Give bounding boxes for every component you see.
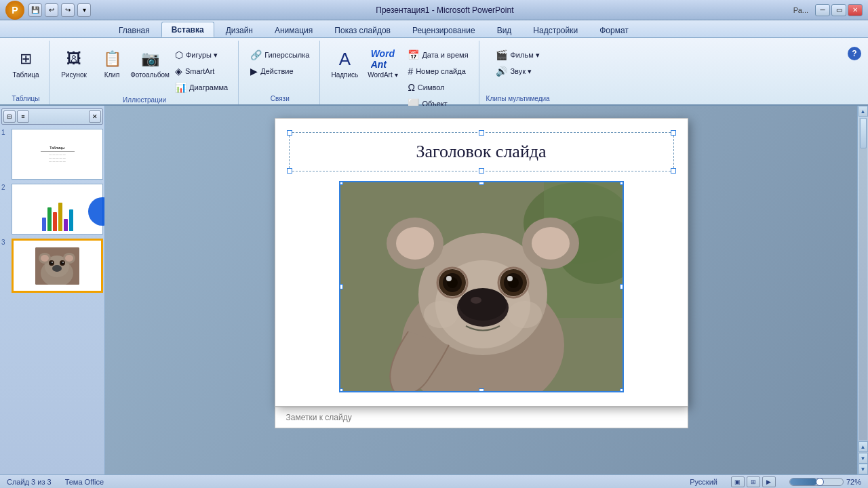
slide-preview-2[interactable] <box>12 184 103 235</box>
clip-label: Клип <box>104 71 120 79</box>
outline-view-btn[interactable]: ≡ <box>17 110 29 123</box>
s1-title: Таблицы <box>41 146 75 150</box>
window-title: Презентация1 - Microsoft PowerPoint <box>96 5 793 15</box>
slide-item-3[interactable]: 3 <box>1 239 103 293</box>
symbol-button[interactable]: Ω Символ <box>403 80 473 95</box>
tab-animation[interactable]: Анимация <box>264 22 323 37</box>
insert-album-button[interactable]: 📷 Фотоальбом <box>132 45 167 88</box>
action-button[interactable]: ▶ Действие <box>245 64 314 79</box>
links-group-label: Связи <box>271 94 290 104</box>
tab-view[interactable]: Вид <box>487 22 522 37</box>
img-handle-tl[interactable] <box>339 181 343 185</box>
slides-panel: ⊟ ≡ ✕ 1 Таблицы — — — — — — — — — — — — … <box>0 106 105 474</box>
slidenum-button[interactable]: # Номер слайда <box>403 64 473 79</box>
img-handle-bc[interactable] <box>479 388 484 392</box>
insert-picture-button[interactable]: 🖼 Рисунок <box>56 45 92 88</box>
resize-handle-tc[interactable] <box>479 130 484 136</box>
media-group-label: Клипы мультимедиа <box>486 94 550 104</box>
shapes-icon: ⬡ <box>175 49 183 60</box>
ribbon-group-media: 🎬 Фильм ▾ 🔊 Звук ▾ Клипы мультимедиа <box>481 41 555 104</box>
smartart-icon: ◈ <box>175 66 182 77</box>
sound-icon: 🔊 <box>496 66 507 77</box>
slide-item-1[interactable]: 1 Таблицы — — — — — — — — — — — — — — — <box>1 129 103 180</box>
img-handle-mr[interactable] <box>620 284 624 289</box>
movie-icon: 🎬 <box>496 49 507 60</box>
tab-design[interactable]: Дизайн <box>216 22 263 37</box>
datetime-button[interactable]: 📅 Дата и время <box>403 47 473 62</box>
slide-num-3: 3 <box>1 239 9 246</box>
wordart-button[interactable]: Word Ant WordArt ▾ <box>365 45 400 88</box>
notes-area[interactable]: Заметки к слайду <box>275 407 688 428</box>
chart-button[interactable]: 📊 Диаграмма <box>170 80 233 95</box>
slide-title-container[interactable]: Заголовок слайда <box>289 132 674 171</box>
img-handle-ml[interactable] <box>339 284 343 289</box>
sound-button[interactable]: 🔊 Звук ▾ <box>491 64 544 79</box>
smartart-button[interactable]: ◈ SmartArt <box>170 64 233 79</box>
svg-point-31 <box>446 276 452 281</box>
movie-button[interactable]: 🎬 Фильм ▾ <box>491 47 544 62</box>
zoom-in-btn[interactable]: ▲ <box>859 441 868 452</box>
img-handle-br[interactable] <box>620 388 624 392</box>
help-button[interactable]: ? <box>846 43 863 62</box>
svg-point-36 <box>507 276 513 281</box>
resize-handle-tr[interactable] <box>671 130 676 136</box>
undo-quick-btn[interactable]: ↩ <box>45 3 58 17</box>
slide-preview-1[interactable]: Таблицы — — — — — — — — — — — — — — — <box>12 129 103 180</box>
restore-button[interactable]: ▭ <box>831 4 846 16</box>
theme-status: Тема Office <box>65 478 104 486</box>
zoom-slider[interactable] <box>789 478 844 486</box>
svg-point-12 <box>52 262 53 263</box>
textbox-icon: A <box>334 48 355 70</box>
save-quick-btn[interactable]: 💾 <box>28 3 42 17</box>
illustrations-group-label: Иллюстрации <box>123 95 166 106</box>
tab-slideshow[interactable]: Показ слайдов <box>324 22 401 37</box>
scroll-thumb[interactable] <box>860 118 867 148</box>
ribbon-group-tables: ⊞ Таблица Таблицы <box>3 41 50 104</box>
resize-handle-bc[interactable] <box>479 168 484 174</box>
resize-handle-bl[interactable] <box>287 168 292 174</box>
img-handle-tr[interactable] <box>620 181 624 185</box>
zoom-out-btn[interactable]: ▼ <box>859 453 868 464</box>
svg-point-23 <box>532 227 570 260</box>
minimize-button[interactable]: ─ <box>815 4 830 16</box>
shapes-button[interactable]: ⬡ Фигуры ▾ <box>170 47 233 62</box>
slide-item-2[interactable]: 2 <box>1 184 103 235</box>
zoom-controls: 72% <box>789 478 861 486</box>
ribbon-tab-bar: Главная Вставка Дизайн Анимация Показ сл… <box>0 20 868 38</box>
close-panel-btn[interactable]: ✕ <box>89 110 101 123</box>
slide-count-status: Слайд 3 из 3 <box>7 478 52 486</box>
tab-home[interactable]: Главная <box>108 22 160 37</box>
tab-review[interactable]: Рецензирование <box>402 22 486 37</box>
slideshow-btn[interactable]: ▶ <box>762 476 776 487</box>
hyperlink-button[interactable]: 🔗 Гиперссылка <box>245 47 314 62</box>
resize-handle-br[interactable] <box>671 168 676 174</box>
slide-canvas[interactable]: Заголовок слайда <box>275 118 688 407</box>
status-bar: Слайд 3 из 3 Тема Office Русский ▣ ⊞ ▶ 7… <box>0 474 868 488</box>
scroll-down-btn[interactable]: ▼ <box>859 464 868 474</box>
symbol-icon: Ω <box>408 82 414 93</box>
title-bar: P 💾 ↩ ↪ ▾ Презентация1 - Microsoft Power… <box>0 0 868 20</box>
textbox-button[interactable]: A Надпись <box>327 45 362 88</box>
insert-table-button[interactable]: ⊞ Таблица <box>8 45 43 88</box>
slides-view-btn[interactable]: ⊟ <box>3 110 16 123</box>
scroll-track[interactable] <box>859 118 867 440</box>
slide-preview-3[interactable] <box>12 239 103 293</box>
insert-clip-button[interactable]: 📋 Клип <box>94 45 130 88</box>
redo-quick-btn[interactable]: ↪ <box>61 3 75 17</box>
zoom-thumb[interactable] <box>816 478 824 486</box>
resize-handle-tl[interactable] <box>287 130 292 136</box>
img-handle-bl[interactable] <box>339 388 343 392</box>
slide-sorter-btn[interactable]: ⊞ <box>747 476 760 487</box>
tab-addins[interactable]: Надстройки <box>523 22 588 37</box>
clip-icon: 📋 <box>101 48 123 70</box>
normal-view-btn[interactable]: ▣ <box>731 476 745 487</box>
tab-insert[interactable]: Вставка <box>161 22 214 37</box>
image-container[interactable] <box>339 181 624 392</box>
user-info: Ра... <box>793 6 808 14</box>
customize-quick-btn[interactable]: ▾ <box>77 3 91 17</box>
picture-label: Рисунок <box>61 71 87 79</box>
close-button[interactable]: ✕ <box>848 4 863 16</box>
tab-format[interactable]: Формат <box>589 22 639 37</box>
scroll-up-btn[interactable]: ▲ <box>859 106 868 117</box>
img-handle-tc[interactable] <box>479 181 484 185</box>
